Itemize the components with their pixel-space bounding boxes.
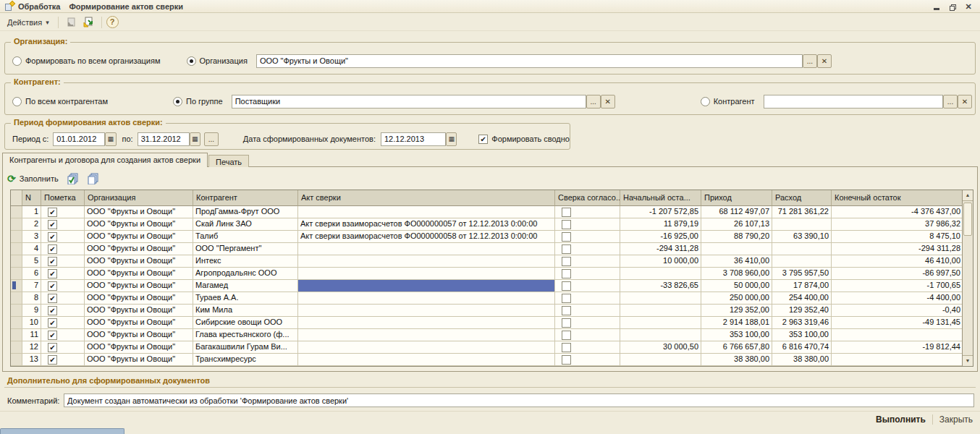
- end-balance-cell[interactable]: -1 700,65: [832, 280, 963, 292]
- mark-checkbox[interactable]: ✔: [48, 220, 57, 229]
- table-row[interactable]: 11✔ООО "Фрукты и Овощи"Глава крестьянско…: [11, 329, 963, 341]
- start-balance-cell[interactable]: [620, 268, 701, 280]
- agreed-cell[interactable]: [555, 218, 620, 231]
- end-balance-cell[interactable]: -49 131,45: [832, 317, 963, 329]
- organization-cell[interactable]: ООО "Фрукты и Овощи": [85, 255, 193, 268]
- column-header-income[interactable]: Приход: [701, 190, 772, 206]
- column-header-start[interactable]: Начальный оста...: [620, 190, 701, 206]
- tab-print[interactable]: Печать: [208, 155, 249, 167]
- agreed-checkbox[interactable]: [562, 232, 571, 242]
- table-row[interactable]: 13✔ООО "Фрукты и Овощи"Трансхимресурс38 …: [11, 354, 963, 366]
- mark-cell[interactable]: ✔: [41, 268, 85, 280]
- agreed-checkbox[interactable]: [562, 343, 571, 352]
- consolidated-checkbox[interactable]: ✔: [478, 135, 488, 144]
- period-from-input[interactable]: [53, 132, 105, 146]
- agreed-checkbox[interactable]: [562, 318, 571, 328]
- mark-cell[interactable]: ✔: [41, 231, 85, 243]
- act-cell[interactable]: [298, 317, 555, 329]
- agreed-cell[interactable]: [555, 243, 620, 255]
- organization-select-button[interactable]: ...: [803, 54, 817, 68]
- organization-cell[interactable]: ООО "Фрукты и Овощи": [85, 206, 193, 218]
- expense-cell[interactable]: 2 963 319,46: [772, 317, 832, 329]
- radio-organization[interactable]: Организация: [187, 56, 248, 66]
- uncheck-all-button[interactable]: [86, 171, 99, 186]
- doc-date-input[interactable]: [381, 132, 446, 146]
- organization-cell[interactable]: ООО "Фрукты и Овощи": [85, 305, 193, 317]
- start-balance-cell[interactable]: -294 311,28: [620, 243, 701, 255]
- act-cell[interactable]: [298, 268, 555, 280]
- mark-cell[interactable]: ✔: [41, 305, 85, 317]
- organization-input[interactable]: [256, 54, 803, 68]
- income-cell[interactable]: 88 790,20: [701, 231, 772, 243]
- load-settings-button[interactable]: [63, 15, 79, 30]
- contragent-cell[interactable]: Скай Линк ЗАО: [193, 218, 298, 231]
- contragent-cell[interactable]: Агропродальянс ООО: [193, 268, 298, 280]
- income-cell[interactable]: 3 708 960,00: [701, 268, 772, 280]
- agreed-cell[interactable]: [555, 206, 620, 218]
- minimize-button[interactable]: [932, 2, 941, 11]
- start-balance-cell[interactable]: -1 207 572,85: [620, 206, 701, 218]
- mark-checkbox[interactable]: ✔: [48, 318, 57, 328]
- start-balance-cell[interactable]: [620, 329, 701, 341]
- contragent-cell[interactable]: Тураев А.А.: [193, 292, 298, 305]
- table-row[interactable]: 10✔ООО "Фрукты и Овощи"Сибирские овощи О…: [11, 317, 963, 329]
- income-cell[interactable]: 129 352,00: [701, 305, 772, 317]
- fill-button[interactable]: ⟳ Заполнить: [7, 174, 59, 183]
- organization-cell[interactable]: ООО "Фрукты и Овощи": [85, 292, 193, 305]
- agreed-checkbox[interactable]: [562, 208, 571, 217]
- mark-cell[interactable]: ✔: [41, 292, 85, 305]
- income-cell[interactable]: 36 410,00: [701, 255, 772, 268]
- organization-cell[interactable]: ООО "Фрукты и Овощи": [85, 354, 193, 366]
- table-row[interactable]: 6✔ООО "Фрукты и Овощи"Агропродальянс ООО…: [11, 268, 963, 280]
- table-row[interactable]: 4✔ООО "Фрукты и Овощи"ООО "Пергамент"-29…: [11, 243, 963, 255]
- scroll-down-icon[interactable]: ▼: [963, 355, 973, 366]
- column-header-n[interactable]: N: [22, 190, 41, 206]
- close-button[interactable]: ✕: [964, 2, 973, 11]
- income-cell[interactable]: 50 000,00: [701, 280, 772, 292]
- organization-cell[interactable]: ООО "Фрукты и Овощи": [85, 329, 193, 341]
- end-balance-cell[interactable]: -4 400,00: [832, 292, 963, 305]
- contragent-input[interactable]: [764, 95, 944, 109]
- mark-cell[interactable]: ✔: [41, 317, 85, 329]
- mark-checkbox[interactable]: ✔: [48, 331, 57, 340]
- expense-cell[interactable]: 6 816 470,74: [772, 341, 832, 354]
- act-cell[interactable]: [298, 354, 555, 366]
- mark-checkbox[interactable]: ✔: [48, 355, 57, 365]
- column-header-contragent[interactable]: Контрагент: [193, 190, 298, 206]
- mark-cell[interactable]: ✔: [41, 280, 85, 292]
- column-header-act[interactable]: Акт сверки: [298, 190, 555, 206]
- agreed-cell[interactable]: [555, 354, 620, 366]
- column-header-org[interactable]: Организация: [85, 190, 193, 206]
- tab-contragents[interactable]: Контрагенты и договора для создания акто…: [2, 153, 208, 167]
- restore-button[interactable]: [948, 2, 957, 11]
- radio-all-organizations[interactable]: Формировать по всем организациям: [12, 56, 161, 66]
- contragent-cell[interactable]: ПродГамма-Фрут ООО: [193, 206, 298, 218]
- agreed-checkbox[interactable]: [562, 244, 571, 254]
- scroll-up-icon[interactable]: ▲: [963, 190, 973, 201]
- organization-clear-button[interactable]: ✕: [817, 54, 832, 68]
- income-cell[interactable]: 26 107,13: [701, 218, 772, 231]
- help-icon[interactable]: ?: [106, 16, 119, 28]
- period-picker-button[interactable]: ...: [204, 132, 219, 146]
- expense-cell[interactable]: 38 380,00: [772, 354, 832, 366]
- agreed-cell[interactable]: [555, 255, 620, 268]
- start-balance-cell[interactable]: [620, 292, 701, 305]
- income-cell[interactable]: 38 380,00: [701, 354, 772, 366]
- mark-checkbox[interactable]: ✔: [48, 281, 57, 291]
- act-cell[interactable]: Акт сверки взаиморасчетов ФО000000057 от…: [298, 218, 555, 231]
- agreed-cell[interactable]: [555, 231, 620, 243]
- save-settings-button[interactable]: [81, 15, 97, 30]
- table-row[interactable]: 5✔ООО "Фрукты и Овощи"Интекс10 000,0036 …: [11, 255, 963, 268]
- agreed-checkbox[interactable]: [562, 355, 571, 365]
- end-balance-cell[interactable]: -19 812,44: [832, 341, 963, 354]
- act-cell[interactable]: [298, 206, 555, 218]
- income-cell[interactable]: 2 914 188,01: [701, 317, 772, 329]
- agreed-cell[interactable]: [555, 329, 620, 341]
- act-cell[interactable]: [298, 305, 555, 317]
- expense-cell[interactable]: 17 874,00: [772, 280, 832, 292]
- contragent-cell[interactable]: ООО "Пергамент": [193, 243, 298, 255]
- expense-cell[interactable]: 254 400,00: [772, 292, 832, 305]
- column-header-agreed[interactable]: Сверка согласо...: [555, 190, 620, 206]
- agreed-checkbox[interactable]: [562, 294, 571, 303]
- mark-checkbox[interactable]: ✔: [48, 244, 57, 254]
